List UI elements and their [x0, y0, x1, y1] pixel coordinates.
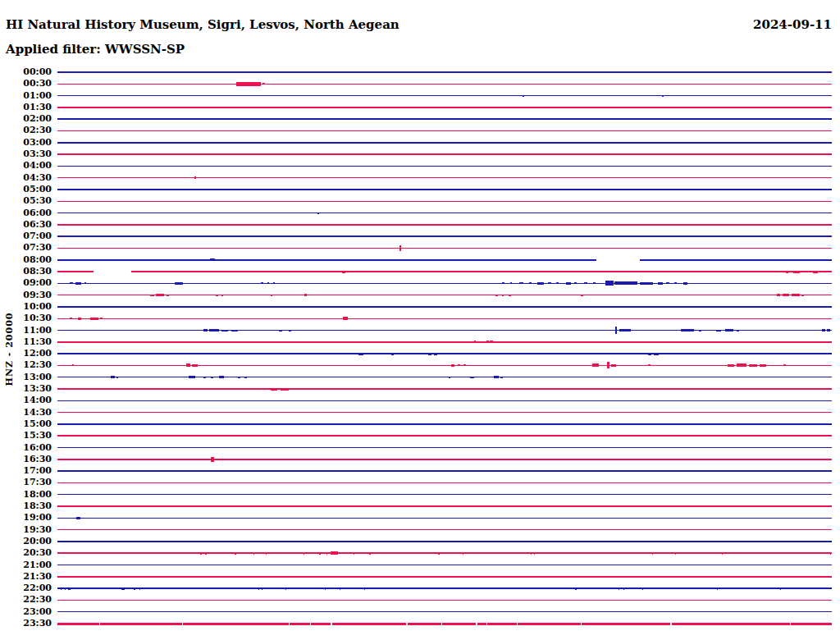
- trace-line: [57, 341, 832, 343]
- trace-time-label: 17:00: [0, 466, 52, 476]
- trace-noise-tick: [353, 587, 354, 589]
- trace-noise-tick: [551, 552, 552, 554]
- trace-event-mark: [760, 364, 766, 367]
- trace-noise-tick: [642, 587, 643, 590]
- trace-time-label: 07:30: [0, 243, 52, 253]
- trace-noise-tick: [259, 587, 261, 589]
- trace-noise-tick: [262, 552, 263, 554]
- trace-line: [57, 600, 832, 601]
- trace-noise-tick: [356, 587, 358, 589]
- trace-noise-tick: [576, 552, 577, 554]
- trace-time-label: 11:00: [0, 326, 52, 336]
- trace-event-mark: [76, 517, 80, 519]
- trace-event-mark: [156, 294, 164, 296]
- trace-time-label: 16:00: [0, 443, 52, 453]
- trace-event-mark: [500, 377, 503, 378]
- trace-event-mark: [210, 258, 215, 261]
- trace-noise-tick: [134, 587, 135, 590]
- trace-time-label: 23:30: [0, 619, 52, 629]
- trace-noise-tick: [304, 552, 304, 555]
- trace-event-mark: [265, 388, 269, 390]
- trace-event-mark: [503, 341, 504, 343]
- trace-line: [57, 518, 832, 519]
- trace-noise-tick: [325, 587, 326, 590]
- trace-line: [57, 388, 832, 390]
- trace-noise-tick: [778, 587, 779, 589]
- trace-time-label: 13:30: [0, 384, 52, 394]
- trace-event-mark: [648, 364, 651, 366]
- trace-noise-tick: [319, 552, 321, 555]
- trace-line: [57, 365, 832, 367]
- trace-noise-tick: [681, 552, 682, 554]
- trace-event-mark: [209, 329, 219, 331]
- trace-line: [57, 412, 832, 414]
- trace-noise-tick: [266, 552, 267, 555]
- trace-event-mark: [211, 377, 213, 378]
- trace-event-mark: [216, 295, 218, 296]
- trace-noise-tick: [737, 552, 739, 554]
- trace-noise-tick: [111, 587, 112, 589]
- trace-time-label: 23:00: [0, 607, 52, 617]
- trace-event-mark: [619, 329, 631, 331]
- trace-line: [57, 189, 832, 190]
- trace-event-mark: [70, 282, 73, 284]
- trace-event-mark: [783, 364, 786, 366]
- trace-time-label: 16:30: [0, 455, 52, 464]
- trace-noise-tick: [198, 552, 199, 554]
- trace-noise-tick: [200, 552, 202, 555]
- trace-line: [57, 494, 832, 496]
- trace-time-label: 19:00: [0, 513, 52, 523]
- trace-event-mark: [519, 282, 523, 284]
- trace-event-mark: [127, 587, 130, 589]
- trace-time-label: 19:30: [0, 525, 52, 535]
- trace-noise-tick: [481, 587, 482, 589]
- trace-noise-tick: [661, 552, 662, 554]
- trace-event-mark: [611, 364, 616, 367]
- trace-noise-tick: [65, 587, 66, 590]
- trace-event-mark: [231, 330, 238, 331]
- trace-line: [57, 271, 832, 272]
- trace-event-mark: [343, 317, 348, 320]
- trace-event-mark: [434, 353, 437, 355]
- trace-noise-tick: [443, 587, 444, 589]
- trace-event-mark: [593, 282, 596, 284]
- trace-event-mark: [291, 388, 296, 390]
- trace-event-mark: [584, 282, 587, 284]
- trace-noise-tick: [217, 552, 219, 554]
- trace-event-mark: [502, 295, 504, 296]
- trace-gap: [94, 270, 131, 274]
- trace-event-mark: [725, 329, 733, 331]
- trace-time-label: 15:30: [0, 431, 52, 441]
- trace-noise-tick: [340, 587, 340, 590]
- trace-line: [57, 377, 832, 378]
- trace-time-label: 12:30: [0, 360, 52, 370]
- trace-noise-tick: [139, 587, 140, 590]
- trace-event-mark: [262, 83, 265, 85]
- trace-time-label: 07:00: [0, 231, 52, 241]
- trace-event-mark: [548, 282, 551, 284]
- trace-gap-speck: [790, 623, 791, 625]
- trace-line: [57, 295, 832, 296]
- trace-noise-tick: [111, 552, 112, 554]
- trace-event-mark: [342, 271, 345, 273]
- trace-gap-speck: [406, 623, 408, 625]
- trace-line: [57, 259, 832, 261]
- trace-noise-tick: [380, 587, 381, 589]
- trace-event-mark: [827, 329, 830, 331]
- trace-event-mark: [317, 213, 319, 214]
- trace-noise-tick: [529, 552, 531, 554]
- trace-time-label: 21:30: [0, 572, 52, 582]
- trace-noise-tick: [205, 552, 207, 555]
- trace-event-mark: [267, 282, 269, 284]
- trace-event-mark: [221, 295, 223, 296]
- trace-time-label: 03:30: [0, 149, 52, 159]
- trace-event-mark: [75, 282, 81, 285]
- trace-event-mark: [529, 282, 532, 284]
- trace-event-mark: [150, 295, 154, 296]
- trace-event-mark: [399, 245, 401, 251]
- trace-noise-tick: [534, 552, 535, 555]
- trace-event-mark: [510, 282, 512, 284]
- trace-noise-tick: [742, 587, 742, 589]
- trace-line: [57, 552, 832, 554]
- trace-noise-tick: [451, 552, 452, 554]
